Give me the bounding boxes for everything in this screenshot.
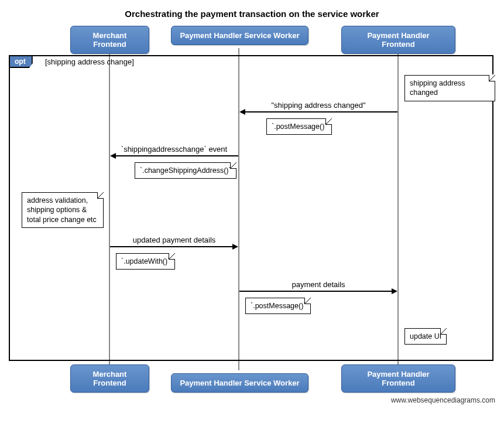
participant-service-worker-top: Payment Handler Service Worker	[171, 26, 308, 45]
note-shipping-changed: shipping address changed	[404, 75, 495, 101]
note-postmessage-1: `.postMessage()`	[266, 118, 332, 135]
arrow-m4-head	[392, 288, 397, 294]
note-line: address validation,	[27, 196, 98, 205]
arrow-m3-head	[232, 244, 238, 250]
arrow-m4	[239, 291, 392, 292]
opt-guard: [shipping address change]	[45, 57, 134, 66]
note-text: shipping address changed	[410, 79, 465, 97]
note-text: `.postMessage()`	[272, 122, 327, 131]
msg-payment-details: payment details	[239, 280, 397, 289]
footer-attribution: www.websequencediagrams.com	[9, 396, 495, 404]
note-text: `.postMessage()`	[251, 302, 306, 310]
arrow-m3	[110, 246, 233, 247]
note-address-validation: address validation, shipping options & t…	[22, 192, 104, 228]
note-line: shipping options &	[27, 205, 98, 214]
sequence-diagram: Merchant Frontend Payment Handler Servic…	[9, 26, 495, 393]
participant-merchant-bottom: Merchant Frontend	[70, 364, 149, 393]
note-update-ui: update UI	[404, 328, 447, 345]
arrow-m1	[245, 111, 397, 113]
arrow-m2-head	[110, 153, 116, 159]
msg-updated-payment-details: updated payment details	[110, 236, 238, 244]
arrow-m1-head	[239, 109, 245, 115]
arrow-m2	[115, 155, 238, 156]
participant-handler-frontend-bottom: Payment Handler Frontend	[341, 364, 455, 393]
note-line: total price change etc	[27, 215, 98, 224]
participant-service-worker-bottom: Payment Handler Service Worker	[171, 373, 308, 393]
msg-shipping-changed: "shipping address changed"	[239, 101, 397, 110]
msg-shippingaddresschange-event: `shippingaddresschange` event	[110, 145, 238, 154]
diagram-title: Orchestrating the payment transaction on…	[9, 9, 495, 19]
opt-label: opt	[10, 56, 33, 68]
note-text: update UI	[410, 332, 441, 340]
note-updatewith: `.updateWith()`	[116, 253, 175, 270]
note-text: `.changeShippingAddress()`	[140, 166, 231, 175]
note-postmessage-2: `.postMessage()`	[245, 298, 311, 314]
note-text: `.updateWith()`	[121, 257, 170, 265]
participant-merchant-top: Merchant Frontend	[70, 26, 149, 54]
participant-handler-frontend-top: Payment Handler Frontend	[341, 26, 455, 54]
note-change-shipping-address: `.changeShippingAddress()`	[135, 162, 236, 179]
